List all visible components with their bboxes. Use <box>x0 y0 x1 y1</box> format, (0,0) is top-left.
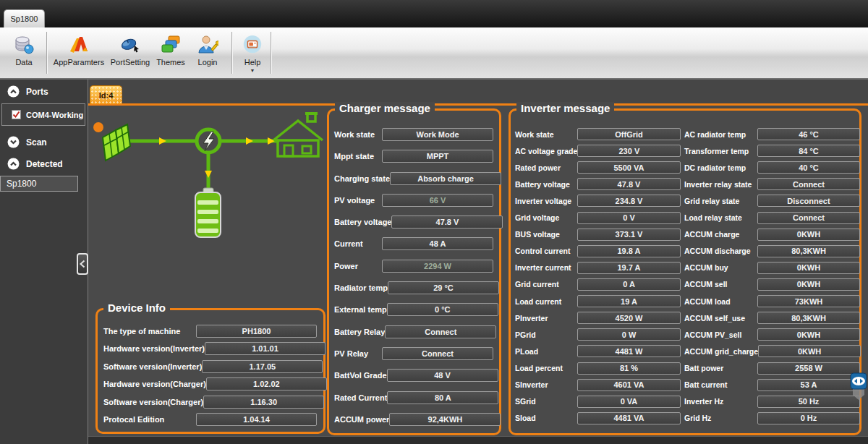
field-label: PV Relay <box>334 349 382 358</box>
document-tab-sp1800[interactable]: Sp1800 <box>4 9 45 27</box>
data-button-label: Data <box>15 58 32 67</box>
sidebar-section-scan[interactable]: Scan <box>0 130 88 152</box>
field-row: Charging stateAbsorb charge <box>334 172 493 185</box>
field-label: Inverter relay state <box>684 180 757 189</box>
device-info-group: Device Info The type of machinePH1800Har… <box>95 308 326 434</box>
field-label: Battery voltage <box>334 218 391 226</box>
energy-flow-diagram <box>88 106 327 302</box>
app-parameters-button[interactable]: AppParamters <box>51 30 107 77</box>
device-id-tab-label: Id:4 <box>99 91 114 100</box>
field-value: 4481 VA <box>577 412 681 424</box>
field-value: 29 °C <box>388 281 499 294</box>
field-row: PGrid0 W <box>515 328 681 341</box>
field-row: PInverter4520 W <box>515 312 681 324</box>
charger-rows: Work stateWork ModeMppt stateMPPTChargin… <box>334 128 493 426</box>
field-row: Load relay stateConnect <box>684 212 860 224</box>
detected-header-label: Detected <box>26 159 63 169</box>
field-label: Software version(Inverter) <box>103 362 202 371</box>
sidebar-collapse-handle[interactable] <box>77 253 88 275</box>
field-value: 0 °C <box>387 303 498 316</box>
field-value: 48 A <box>382 237 493 250</box>
help-dropdown-caret[interactable]: ▼ <box>250 69 255 73</box>
field-value: 2558 W <box>757 362 860 375</box>
remote-control-overlay-icon[interactable] <box>850 370 867 404</box>
field-value: 48 V <box>387 369 498 382</box>
sidebar-section-detected[interactable]: Detected <box>0 152 88 174</box>
field-row: Radiator temp29 °C <box>334 281 493 294</box>
field-value: 0KWH <box>758 345 861 357</box>
field-row: Batt power2558 W <box>684 362 860 375</box>
inverter-message-group: Inverter message Work stateOffGridAC vol… <box>509 108 861 435</box>
field-label: Grid voltage <box>515 213 577 222</box>
detected-device-item[interactable]: Sp1800 <box>0 176 78 192</box>
app-parameters-icon <box>68 34 90 56</box>
com-port-item[interactable]: COM4-Working <box>1 103 85 126</box>
login-button[interactable]: Login <box>190 30 226 77</box>
port-setting-button[interactable]: PortSetting <box>107 30 153 77</box>
field-label: Batt current <box>684 380 757 389</box>
field-row: BUS voltage373.1 V <box>515 229 681 241</box>
field-value: 47.8 V <box>577 178 681 190</box>
field-label: AC radiator temp <box>684 130 757 139</box>
field-value: 0KWH <box>757 278 860 291</box>
field-label: Load relay state <box>684 213 757 222</box>
field-label: ACCUM discharge <box>684 247 757 255</box>
field-value: 46 °C <box>757 128 860 140</box>
field-value: 2294 W <box>382 260 493 273</box>
field-row: ACCUM PV_sell0KWH <box>684 328 860 341</box>
field-label: External temp <box>334 305 387 314</box>
field-row: Hardware version(Charger)1.02.02 <box>103 377 317 390</box>
field-row: ACCUM self_use80,3KWH <box>684 312 860 324</box>
field-row: ACCUM sell0KWH <box>684 278 860 291</box>
field-label: PInverter <box>515 314 577 323</box>
ports-header-label: Ports <box>26 87 48 97</box>
field-row: Inverter relay stateConnect <box>684 178 860 190</box>
battery-icon <box>195 188 221 237</box>
field-value: 0 V <box>577 212 681 224</box>
field-value: PH1800 <box>196 325 317 338</box>
field-label: Work state <box>334 130 382 139</box>
themes-button[interactable]: Themes <box>153 30 188 77</box>
field-label: ACCUM grid_charge <box>684 347 758 356</box>
house-icon <box>273 114 323 156</box>
main-panel: Id:4 <box>88 80 868 444</box>
field-value: 1.16.30 <box>203 396 324 409</box>
field-value: Absorb charge <box>390 172 501 185</box>
sidebar-section-ports[interactable]: Ports <box>0 80 88 101</box>
field-value: 0KWH <box>757 328 860 341</box>
field-label: Control current <box>515 247 577 255</box>
field-label: Load current <box>515 297 577 306</box>
sun-icon <box>93 122 103 132</box>
data-button[interactable]: Data <box>4 30 43 77</box>
field-row: Rated Current80 A <box>334 391 493 404</box>
field-label: Grid Hz <box>684 414 757 422</box>
field-row: Grid voltage0 V <box>515 212 681 224</box>
field-row: ACCUM discharge80,3KWH <box>684 245 860 257</box>
field-row: PV RelayConnect <box>334 347 493 360</box>
field-value: 234.8 V <box>577 195 681 207</box>
checked-checkbox-icon[interactable] <box>12 110 21 119</box>
mouse-icon <box>119 34 141 56</box>
help-button[interactable]: Help ▼ <box>236 30 269 77</box>
document-tab-label: Sp1800 <box>11 14 38 23</box>
field-label: Work state <box>515 130 577 139</box>
field-value: OffGrid <box>577 128 681 140</box>
main-toolbar: Data AppParamters PortSetting <box>0 27 868 80</box>
field-label: AC voltage grade <box>515 147 577 155</box>
device-id-tab[interactable]: Id:4 <box>90 85 122 104</box>
toolbar-separator <box>46 32 47 74</box>
field-row: BattVol Grade48 V <box>334 369 493 382</box>
field-value: 80,3KWH <box>757 312 860 324</box>
field-value: 19.7 A <box>577 262 681 274</box>
field-value: 4520 W <box>577 312 681 324</box>
help-card-icon <box>242 34 263 56</box>
charger-message-title: Charger message <box>335 102 435 114</box>
sidebar: Ports COM4-Working Scan Detected Sp1800 <box>0 80 88 444</box>
field-value: 0 W <box>577 328 681 341</box>
com-port-label: COM4-Working <box>26 111 83 119</box>
chevron-up-circle-icon <box>7 158 20 170</box>
field-label: Inverter Hz <box>684 397 757 406</box>
field-row: Power2294 W <box>334 260 493 273</box>
field-label: Sload <box>515 414 577 422</box>
field-row: Rated power5500 VA <box>515 161 681 174</box>
